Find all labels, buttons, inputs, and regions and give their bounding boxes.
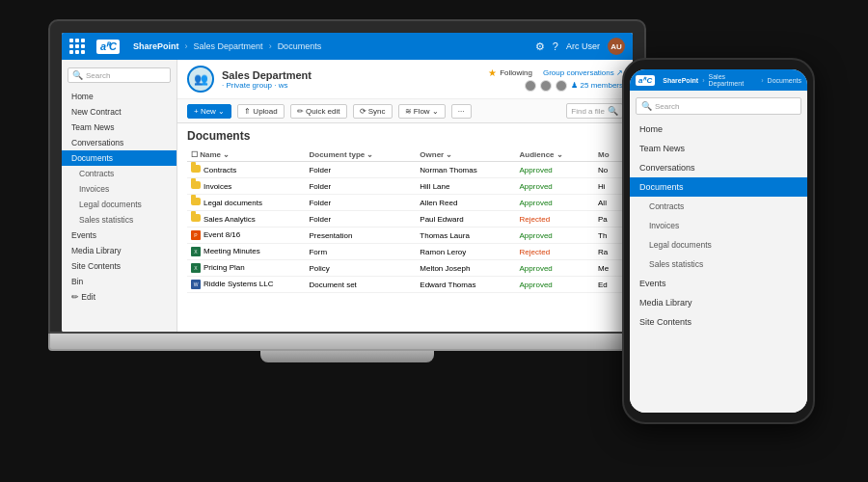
- table-row: Sales Analytics Folder Paul Edward Rejec…: [187, 211, 623, 228]
- group-conversations[interactable]: Group conversations ↗: [543, 68, 623, 77]
- cell-name[interactable]: Legal documents: [187, 195, 305, 211]
- find-search-icon: 🔍: [608, 106, 618, 116]
- help-icon[interactable]: ?: [553, 40, 558, 52]
- sidebar-item-events[interactable]: Events: [62, 228, 176, 243]
- sp-toolbar: + New ⌄ ⇑ Upload ✏ Quick edit ⟳ Sync ≋ F…: [177, 99, 633, 123]
- following-label[interactable]: Following: [500, 68, 532, 77]
- more-button[interactable]: ···: [451, 104, 472, 119]
- new-button[interactable]: + New ⌄: [187, 104, 231, 119]
- scene: aᴿC SharePoint › Sales Department › Docu…: [0, 0, 868, 482]
- sidebar-item-legal-documents[interactable]: Legal documents: [62, 197, 176, 212]
- cell-doc-type: Form: [305, 244, 416, 260]
- sidebar-item-sales-statistics[interactable]: Sales statistics: [62, 212, 176, 228]
- sidebar-item-new-contract[interactable]: New Contract: [62, 104, 176, 120]
- documents-table: ☐ Name ⌄ Document type ⌄ Owner ⌄ Audienc…: [187, 148, 623, 293]
- cell-doc-type: Folder: [305, 178, 416, 195]
- members-count[interactable]: ♟ 25 members: [571, 81, 623, 90]
- sp-search-box[interactable]: 🔍 Search: [68, 67, 171, 83]
- table-row: Legal documents Folder Allen Reed Approv…: [187, 195, 623, 211]
- sp-dept-header: 👥 Sales Department · Private group · ws …: [177, 60, 633, 99]
- sidebar-item-invoices[interactable]: Invoices: [62, 181, 176, 197]
- upload-button[interactable]: ⇑ Upload: [237, 104, 285, 119]
- col-doc-type[interactable]: Document type ⌄: [305, 148, 416, 162]
- laptop-screen: aᴿC SharePoint › Sales Department › Docu…: [62, 33, 633, 332]
- sidebar-item-home[interactable]: Home: [62, 89, 176, 104]
- sp-sidebar: 🔍 Search Home New Contract Team News Con…: [62, 60, 177, 332]
- phone-nav-media-library[interactable]: Media Library: [630, 293, 807, 312]
- apps-icon[interactable]: [69, 39, 85, 54]
- phone-bc2[interactable]: Documents: [768, 77, 801, 84]
- cell-name[interactable]: PEvent 8/16: [187, 228, 305, 244]
- find-file-box[interactable]: Find a file 🔍: [566, 103, 623, 119]
- phone-nav-team-news[interactable]: Team News: [630, 139, 807, 158]
- sp-search-placeholder: Search: [86, 71, 110, 80]
- table-row: PEvent 8/16 Presentation Thomas Laura Ap…: [187, 228, 623, 244]
- phone-nav-conversations[interactable]: Conversations: [630, 158, 807, 177]
- sp-content: 🔍 Search Home New Contract Team News Con…: [62, 60, 633, 332]
- cell-name[interactable]: Invoices: [187, 178, 305, 195]
- sidebar-item-conversations[interactable]: Conversations: [62, 135, 176, 150]
- col-name[interactable]: ☐ Name ⌄: [187, 148, 305, 162]
- cell-owner: Paul Edward: [416, 211, 515, 228]
- phone-nav-events[interactable]: Events: [630, 274, 807, 293]
- sp-breadcrumb2[interactable]: Documents: [278, 41, 322, 51]
- quick-edit-button[interactable]: ✏ Quick edit: [290, 104, 347, 119]
- sidebar-item-media-library[interactable]: Media Library: [62, 243, 176, 258]
- sp-breadcrumb1[interactable]: Sales Department: [194, 41, 263, 51]
- phone-nav-contracts[interactable]: Contracts: [630, 197, 807, 216]
- phone-nav-legal[interactable]: Legal documents: [630, 235, 807, 254]
- phone-search-icon: 🔍: [641, 101, 652, 111]
- phone-search-box[interactable]: 🔍 Search: [636, 97, 801, 115]
- sidebar-item-site-contents[interactable]: Site Contents: [62, 258, 176, 274]
- phone-sharepoint-label: SharePoint: [663, 77, 698, 84]
- avatar[interactable]: AU: [608, 38, 625, 55]
- sidebar-item-documents[interactable]: Documents: [62, 150, 176, 166]
- phone-sep1: ›: [702, 77, 704, 84]
- sharepoint-app: aᴿC SharePoint › Sales Department › Docu…: [62, 33, 633, 332]
- cell-doc-type: Folder: [305, 195, 416, 211]
- cell-owner: Norman Thomas: [416, 162, 515, 178]
- table-row: XMeeting Minutes Form Ramon Leroy Reject…: [187, 244, 623, 260]
- sidebar-item-contracts[interactable]: Contracts: [62, 166, 176, 181]
- sidebar-item-edit[interactable]: ✏ Edit: [62, 289, 176, 305]
- phone-sidebar: 🔍 Search Home Team News Conversations Do…: [630, 91, 807, 413]
- phone-nav-home[interactable]: Home: [630, 120, 807, 139]
- sidebar-item-bin[interactable]: Bin: [62, 274, 176, 289]
- phone-bc1[interactable]: Sales Department: [709, 73, 758, 87]
- sync-button[interactable]: ⟳ Sync: [353, 104, 393, 119]
- cell-name[interactable]: Sales Analytics: [187, 211, 305, 228]
- cell-name[interactable]: XPricing Plan: [187, 260, 305, 277]
- cell-audience: Approved: [516, 260, 594, 277]
- cell-audience: Approved: [516, 277, 594, 293]
- col-owner[interactable]: Owner ⌄: [416, 148, 515, 162]
- phone-search-placeholder: Search: [655, 102, 679, 111]
- member-avatar-1: [525, 80, 536, 92]
- cell-name[interactable]: XMeeting Minutes: [187, 244, 305, 260]
- cell-name[interactable]: Contracts: [187, 162, 305, 178]
- sp-topbar-right: ⚙ ? Arc User AU: [535, 38, 625, 55]
- table-row: WRiddle Systems LLC Document set Edward …: [187, 277, 623, 293]
- phone-nav-documents[interactable]: Documents: [630, 177, 807, 197]
- flow-button[interactable]: ≋ Flow ⌄: [398, 104, 446, 119]
- laptop: aᴿC SharePoint › Sales Department › Docu…: [48, 19, 646, 362]
- sidebar-item-team-news[interactable]: Team News: [62, 120, 176, 135]
- phone-nav-site-contents[interactable]: Site Contents: [630, 312, 807, 332]
- col-audience[interactable]: Audience ⌄: [516, 148, 594, 162]
- phone-nav-sales-stats[interactable]: Sales statistics: [630, 254, 807, 274]
- dept-info: Sales Department · Private group · ws: [222, 69, 480, 90]
- sp-logo: aᴿC: [96, 40, 120, 54]
- dept-right: ★ Following Group conversations ↗ ♟ 25: [488, 67, 623, 92]
- phone-sp-logo: aᴿC: [636, 75, 655, 86]
- sp-main: 👥 Sales Department · Private group · ws …: [177, 60, 633, 332]
- find-file-placeholder: Find a file: [571, 107, 605, 116]
- cell-audience: Approved: [516, 178, 594, 195]
- cell-owner: Edward Thomas: [416, 277, 515, 293]
- sp-docs-area: Documents ☐ Name ⌄ Document type ⌄ Owner…: [177, 123, 633, 332]
- member-avatar-3: [556, 80, 567, 92]
- star-icon: ★: [488, 67, 497, 78]
- cell-mod: Hi: [594, 178, 623, 195]
- settings-icon[interactable]: ⚙: [535, 40, 545, 53]
- cell-audience: Rejected: [516, 244, 594, 260]
- cell-name[interactable]: WRiddle Systems LLC: [187, 277, 305, 293]
- phone-nav-invoices[interactable]: Invoices: [630, 216, 807, 235]
